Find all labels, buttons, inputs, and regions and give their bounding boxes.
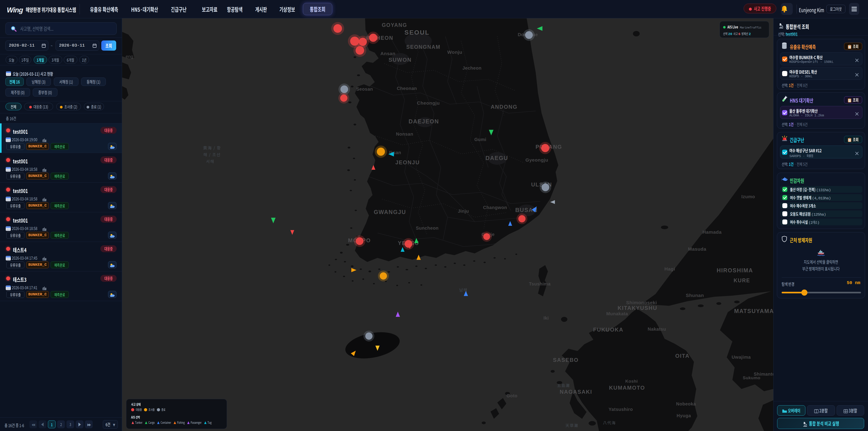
svg-text:MATSUYAMA: MATSUYAMA (734, 308, 773, 314)
svg-text:Shunan: Shunan (686, 293, 704, 298)
svg-text:KURE: KURE (734, 278, 750, 283)
svg-text:서해: 서해 (206, 158, 214, 164)
svg-text:黄海 / 황: 黄海 / 황 (203, 145, 221, 151)
svg-text:Sukumo: Sukumo (743, 375, 761, 380)
svg-text:FUKUOKA: FUKUOKA (593, 327, 623, 333)
svg-text:JEONJU: JEONJU (395, 159, 420, 165)
svg-text:Goto: Goto (506, 393, 518, 398)
svg-text:KUMAMOTO: KUMAMOTO (609, 385, 645, 391)
svg-text:Cheonan: Cheonan (397, 86, 417, 91)
svg-text:Gumi: Gumi (474, 137, 486, 142)
svg-text:Ansan: Ansan (380, 51, 396, 56)
svg-text:Izumo: Izumo (741, 194, 755, 199)
svg-text:SUWON: SUWON (389, 57, 412, 63)
svg-text:Cheongju: Cheongju (417, 100, 440, 105)
svg-text:Gyeongju: Gyeongju (526, 157, 548, 162)
svg-text:eng: eng (126, 54, 133, 59)
svg-text:NAGASAKI: NAGASAKI (560, 389, 592, 395)
svg-text:Munakata: Munakata (606, 311, 628, 316)
svg-text:五島灘: 五島灘 (557, 382, 570, 388)
svg-text:Koshi: Koshi (625, 379, 638, 383)
svg-text:Wonju: Wonju (447, 50, 462, 55)
svg-text:Masuda: Masuda (688, 246, 706, 251)
svg-text:ANDONG: ANDONG (491, 104, 518, 110)
svg-text:Shimonoseki: Shimonoseki (626, 300, 657, 305)
svg-text:Jinju: Jinju (458, 209, 469, 214)
svg-text:Suncheon: Suncheon (416, 225, 439, 230)
svg-text:Hyuga: Hyuga (677, 413, 691, 418)
svg-text:DAEJEON: DAEJEON (409, 118, 439, 125)
svg-text:Nobeoka: Nobeoka (676, 401, 696, 406)
svg-text:Changwon: Changwon (483, 205, 507, 210)
svg-text:GOYANG: GOYANG (382, 22, 407, 28)
svg-text:남해: 남해 (459, 287, 467, 293)
svg-text:Seosan: Seosan (356, 87, 373, 92)
svg-text:KITAKYUSHU: KITAKYUSHU (618, 305, 657, 311)
svg-text:Tsushima: Tsushima (529, 281, 551, 286)
svg-text:OITA: OITA (675, 353, 690, 359)
svg-text:天草灘: 天草灘 (565, 423, 579, 428)
svg-text:DAEGU: DAEGU (486, 155, 508, 161)
svg-text:Nonsan: Nonsan (396, 131, 413, 136)
svg-text:SEOUL: SEOUL (404, 29, 430, 36)
svg-text:HIROSHIMA: HIROSHIMA (717, 267, 753, 274)
svg-text:Hamada: Hamada (703, 229, 722, 235)
svg-text:Hagi: Hagi (664, 266, 675, 271)
svg-text:Iki: Iki (544, 315, 549, 320)
svg-text:Yatsushiro: Yatsushiro (609, 407, 633, 412)
svg-text:해 / 조선: 해 / 조선 (204, 151, 221, 157)
svg-text:SEONGNAM: SEONGNAM (406, 44, 440, 50)
svg-text:Nakatsu: Nakatsu (648, 327, 666, 332)
svg-text:Jecheon: Jecheon (463, 65, 482, 70)
svg-text:SASEBO: SASEBO (553, 357, 579, 363)
svg-text:八代海: 八代海 (603, 420, 616, 425)
svg-text:GWANGJU: GWANGJU (374, 209, 406, 215)
svg-text:Uwajima: Uwajima (732, 355, 751, 360)
